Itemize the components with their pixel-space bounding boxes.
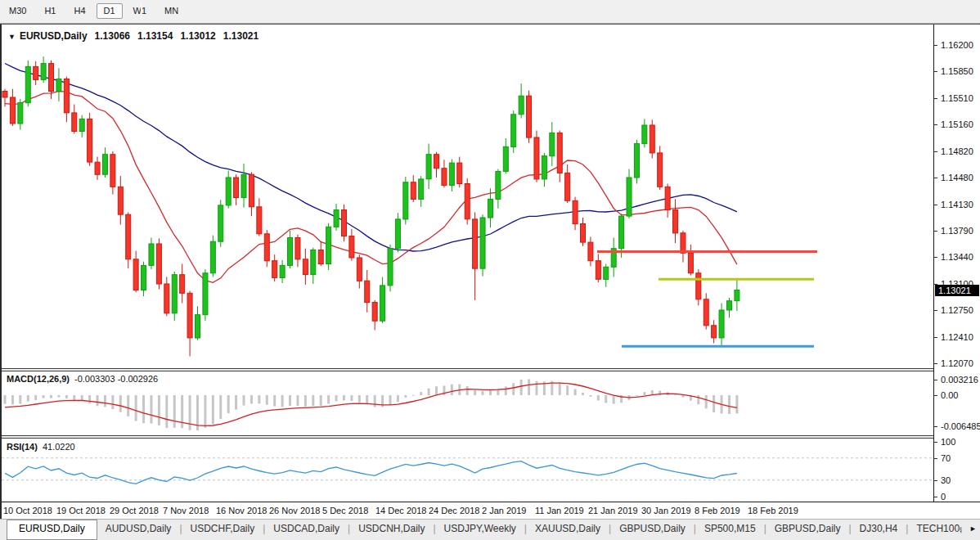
candle [311, 248, 316, 284]
macd-histogram-bar [528, 380, 530, 396]
macd-signal-line [5, 383, 737, 425]
macd-histogram-bar [4, 395, 7, 404]
macd-histogram-bar [142, 395, 145, 423]
candle [650, 119, 654, 158]
chart-tab-gbpusd-daily[interactable]: GBPUSD,Daily [766, 520, 849, 538]
candle [34, 61, 38, 85]
candle [257, 198, 262, 236]
date-axis-label: 29 Oct 2018 [110, 506, 159, 515]
tab-scroll-left-icon[interactable]: ◄ [955, 524, 963, 533]
macd-histogram-bar [605, 395, 607, 403]
candle [534, 131, 539, 182]
price-axis-tick [934, 205, 937, 205]
chart-tab-usdjpy-weekly[interactable]: USDJPY,Weekly [436, 520, 524, 538]
timeframe-button-m30[interactable]: M30 [2, 3, 34, 19]
candle [634, 140, 639, 184]
price-axis-tick [934, 363, 937, 364]
macd-histogram-bar [350, 395, 353, 401]
candle [64, 77, 69, 123]
chart-tab-audusd-daily[interactable]: AUDUSD,Daily [97, 520, 180, 538]
price-axis-label: 1.15850 [941, 66, 973, 76]
candle [658, 146, 663, 190]
chart-tab-usdcnh-daily[interactable]: USDCNH,Daily [350, 520, 433, 538]
candle [326, 223, 331, 270]
price-axis-tick [934, 310, 937, 311]
candle [196, 306, 200, 340]
timeframe-button-h1[interactable]: H1 [37, 3, 63, 19]
main-chart-pane[interactable]: ▼EURUSD,Daily1.130661.131541.130121.1302… [2, 25, 933, 368]
macd-histogram-bar [27, 395, 29, 402]
candle [110, 151, 115, 195]
chart-tab-gbpusd-daily[interactable]: GBPUSD,Daily [611, 520, 694, 538]
pane-splitter[interactable] [2, 435, 933, 439]
candle [557, 131, 562, 182]
rsi-indicator-pane[interactable]: RSI(14)41.0220 [2, 439, 933, 502]
macd-histogram-bar [111, 395, 114, 409]
macd-indicator-pane[interactable]: MACD(12,26,9)-0.003303 -0.002926 [2, 371, 933, 435]
chart-tab-eurusd-daily[interactable]: EURUSD,Daily [7, 520, 97, 540]
macd-histogram-bar [613, 395, 615, 404]
candle [79, 115, 84, 137]
macd-histogram-bar [404, 395, 407, 398]
chart-tab-dj30-h4[interactable]: DJ30,H4 [852, 520, 906, 538]
candle [142, 262, 146, 296]
candle [18, 99, 23, 130]
timeframe-button-mn[interactable]: MN [157, 3, 186, 19]
date-axis-label: 11 Jan 2019 [535, 506, 584, 515]
macd-values: -0.003303 -0.002926 [74, 374, 158, 384]
timeframe-button-w1[interactable]: W1 [126, 3, 155, 19]
macd-histogram-bar [235, 395, 237, 410]
chart-title-dropdown-icon[interactable]: ▼ [8, 33, 16, 41]
macd-histogram-bar [189, 395, 191, 430]
macd-histogram-bar [296, 395, 299, 406]
price-axis[interactable]: 1.13021 1.162001.158501.155101.151601.14… [934, 25, 980, 502]
candle [465, 178, 470, 225]
macd-histogram-bar [19, 395, 21, 404]
candle [334, 204, 339, 231]
candle [434, 152, 439, 178]
macd-histogram-bar [512, 383, 515, 395]
candle [457, 157, 462, 188]
macd-histogram-bar [428, 389, 430, 395]
macd-histogram-bar [574, 389, 577, 396]
chart-tab-sp500-m15[interactable]: SP500,M15 [696, 520, 764, 538]
candle [318, 241, 323, 266]
candle [357, 254, 362, 288]
macd-histogram-bar [289, 395, 291, 406]
rsi-axis-tick [934, 497, 937, 497]
macd-label: MACD(12,26,9)-0.003303 -0.002926 [7, 374, 158, 384]
macd-histogram-bar [258, 395, 260, 403]
chart-tab-xauusd-daily[interactable]: XAUUSD,Daily [527, 520, 609, 538]
candle [118, 176, 123, 224]
price-axis-tick [934, 124, 937, 125]
candle [218, 200, 223, 246]
price-axis-tick [934, 45, 937, 46]
candle [226, 171, 231, 209]
candle [303, 249, 308, 285]
macd-histogram-bar [127, 395, 129, 416]
candle [372, 300, 377, 331]
candle [473, 212, 478, 299]
timeframe-button-h4[interactable]: H4 [66, 3, 92, 19]
macd-histogram-bar [412, 395, 415, 396]
candle [681, 231, 686, 263]
price-axis-label: 1.12750 [941, 305, 973, 315]
date-axis[interactable]: 10 Oct 201819 Oct 201829 Oct 20187 Nov 2… [2, 502, 980, 520]
candle [426, 144, 431, 190]
candle [611, 238, 616, 277]
candle [349, 229, 354, 261]
macd-histogram-bar [451, 385, 453, 395]
macd-histogram-bar [489, 390, 492, 395]
macd-axis-label: 0.00 [941, 390, 958, 400]
macd-histogram-bar [474, 390, 476, 395]
tab-scroll-right-icon[interactable]: ► [969, 524, 977, 533]
timeframe-button-d1[interactable]: D1 [97, 3, 123, 19]
macd-histogram-bar [250, 395, 253, 404]
chart-tab-usdcad-daily[interactable]: USDCAD,Daily [265, 520, 348, 538]
candle [688, 245, 693, 276]
price-axis-tick [934, 284, 937, 285]
macd-axis-tick [934, 426, 937, 427]
macd-histogram-bar [597, 395, 600, 401]
chart-tab-usdchf-daily[interactable]: USDCHF,Daily [182, 520, 263, 538]
macd-histogram-bar [705, 395, 708, 408]
